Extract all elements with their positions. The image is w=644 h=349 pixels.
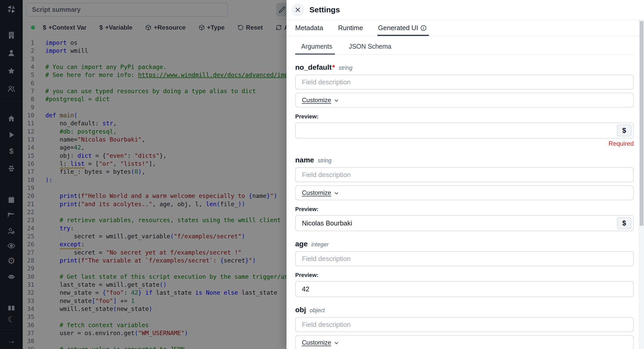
- tab-label: Metadata: [295, 24, 323, 32]
- tab-runtime[interactable]: Runtime: [338, 20, 363, 36]
- drawer-header: Settings: [287, 0, 644, 20]
- arg-name: no_default: [295, 63, 332, 72]
- chevron-down-icon: [334, 190, 339, 196]
- required-asterisk: *: [332, 63, 335, 72]
- customize-toggle[interactable]: Customize: [295, 185, 634, 200]
- subtab-arguments[interactable]: Arguments: [301, 43, 332, 54]
- arg-type: object: [310, 307, 325, 314]
- scrollbar-thumb[interactable]: [640, 21, 643, 226]
- settings-tabs: MetadataRuntimeGenerated UI: [287, 20, 644, 36]
- arg-type: integer: [311, 241, 328, 248]
- arguments-list: no_default*stringCustomizePreview:$Requi…: [295, 63, 634, 349]
- chevron-down-icon: [334, 97, 339, 103]
- dollar-toggle-button[interactable]: $: [617, 125, 631, 136]
- preview-label: Preview:: [295, 113, 634, 120]
- arg-header: no_default*string: [295, 63, 634, 72]
- preview-label: Preview:: [295, 272, 634, 278]
- preview-input[interactable]: [295, 123, 634, 138]
- dim-overlay: [0, 0, 286, 349]
- preview-input[interactable]: [295, 215, 634, 231]
- scrollbar[interactable]: [639, 20, 644, 349]
- arg-header: objobject: [295, 306, 634, 314]
- arg-type: string: [318, 157, 332, 164]
- tab-generated-ui[interactable]: Generated UI: [378, 20, 427, 36]
- arg-name: name: [295, 156, 314, 164]
- preview-field: $: [295, 215, 634, 231]
- info-icon: [420, 25, 427, 31]
- chevron-down-icon: [334, 339, 339, 346]
- field-description-input[interactable]: [295, 167, 634, 182]
- arg-header: namestring: [295, 156, 634, 164]
- field-description-input[interactable]: [295, 251, 634, 266]
- drawer-body: ArgumentsJSON Schema no_default*stringCu…: [287, 36, 644, 349]
- preview-field: $: [295, 123, 634, 138]
- arg-type: string: [338, 65, 352, 71]
- arg-name: age: [295, 240, 308, 248]
- arg-name: obj: [295, 306, 306, 314]
- dollar-toggle-button[interactable]: $: [617, 217, 631, 229]
- required-message: Required: [295, 140, 634, 147]
- arg-section-obj: objobjectCustomizePreview:1{2 "even": "d…: [295, 306, 634, 349]
- tab-label: Generated UI: [378, 24, 418, 32]
- customize-toggle[interactable]: Customize: [295, 335, 634, 349]
- arg-section-age: ageintegerPreview:: [295, 240, 634, 297]
- generated-ui-subtabs: ArgumentsJSON Schema: [295, 43, 634, 55]
- tab-label: Runtime: [338, 24, 363, 32]
- preview-label: Preview:: [295, 206, 634, 213]
- arg-section-name: namestringCustomizePreview:$: [295, 156, 634, 231]
- customize-label: Customize: [302, 189, 331, 196]
- settings-drawer: Settings MetadataRuntimeGenerated UI Arg…: [286, 0, 644, 349]
- customize-label: Customize: [302, 97, 331, 104]
- field-description-input[interactable]: [295, 75, 634, 90]
- close-icon[interactable]: [291, 3, 304, 16]
- page-title: Settings: [309, 5, 340, 14]
- subtab-json-schema[interactable]: JSON Schema: [349, 43, 391, 54]
- field-description-input[interactable]: [295, 317, 634, 332]
- arg-header: ageinteger: [295, 240, 634, 248]
- customize-label: Customize: [302, 339, 331, 346]
- customize-toggle[interactable]: Customize: [295, 93, 634, 108]
- preview-input[interactable]: [295, 281, 634, 297]
- preview-field: [295, 281, 634, 297]
- arg-section-no_default: no_default*stringCustomizePreview:$Requi…: [295, 63, 634, 147]
- tab-metadata[interactable]: Metadata: [295, 20, 323, 36]
